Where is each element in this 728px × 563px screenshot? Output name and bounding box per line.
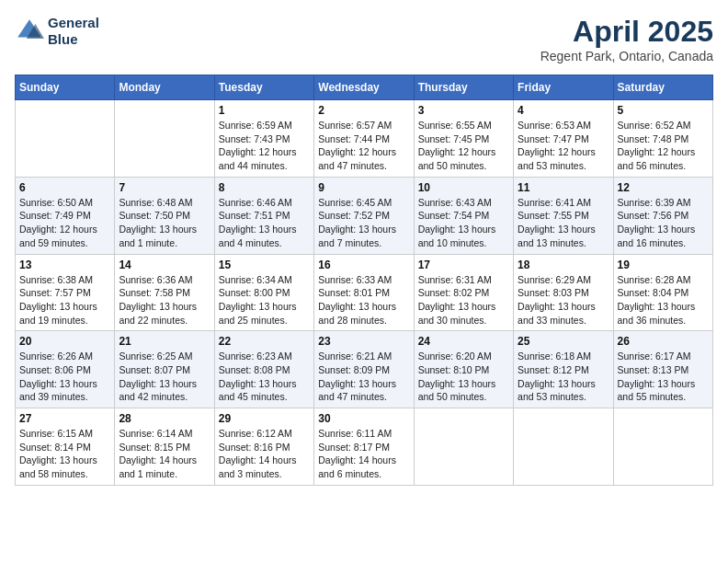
calendar-cell: 8Sunrise: 6:46 AM Sunset: 7:51 PM Daylig… xyxy=(214,177,313,254)
calendar-cell: 25Sunrise: 6:18 AM Sunset: 8:12 PM Dayli… xyxy=(514,331,613,408)
day-number: 11 xyxy=(518,181,609,194)
day-number: 30 xyxy=(318,412,409,425)
calendar-cell: 12Sunrise: 6:39 AM Sunset: 7:56 PM Dayli… xyxy=(613,177,712,254)
day-info: Sunrise: 6:34 AM Sunset: 8:00 PM Dayligh… xyxy=(219,273,310,327)
day-info: Sunrise: 6:39 AM Sunset: 7:56 PM Dayligh… xyxy=(618,196,709,250)
calendar-cell: 9Sunrise: 6:45 AM Sunset: 7:52 PM Daylig… xyxy=(314,177,414,254)
day-info: Sunrise: 6:57 AM Sunset: 7:44 PM Dayligh… xyxy=(318,119,409,173)
calendar-cell: 13Sunrise: 6:38 AM Sunset: 7:57 PM Dayli… xyxy=(16,254,115,331)
day-number: 5 xyxy=(618,104,709,117)
day-info: Sunrise: 6:26 AM Sunset: 8:06 PM Dayligh… xyxy=(19,350,110,404)
weekday-header-cell: Thursday xyxy=(414,75,513,100)
logo-line1: General xyxy=(48,15,99,31)
day-number: 28 xyxy=(119,412,210,425)
calendar-cell xyxy=(115,100,214,178)
day-info: Sunrise: 6:31 AM Sunset: 8:02 PM Dayligh… xyxy=(418,273,509,327)
day-number: 16 xyxy=(318,259,409,271)
day-number: 3 xyxy=(418,104,509,117)
weekday-header: SundayMondayTuesdayWednesdayThursdayFrid… xyxy=(16,75,713,100)
logo: General Blue xyxy=(15,15,99,48)
calendar-cell xyxy=(613,408,712,486)
calendar-cell: 19Sunrise: 6:28 AM Sunset: 8:04 PM Dayli… xyxy=(613,254,712,331)
calendar-cell: 10Sunrise: 6:43 AM Sunset: 7:54 PM Dayli… xyxy=(414,177,513,254)
calendar: SundayMondayTuesdayWednesdayThursdayFrid… xyxy=(15,75,713,486)
month-title: April 2025 xyxy=(540,15,713,49)
day-info: Sunrise: 6:33 AM Sunset: 8:01 PM Dayligh… xyxy=(318,273,409,327)
day-number: 15 xyxy=(219,259,310,271)
day-number: 22 xyxy=(219,335,310,348)
calendar-cell xyxy=(414,408,513,486)
calendar-cell xyxy=(514,408,613,486)
day-number: 9 xyxy=(318,181,409,194)
day-info: Sunrise: 6:28 AM Sunset: 8:04 PM Dayligh… xyxy=(618,273,709,327)
weekday-header-cell: Tuesday xyxy=(214,75,313,100)
calendar-cell: 1Sunrise: 6:59 AM Sunset: 7:43 PM Daylig… xyxy=(214,100,313,178)
day-number: 26 xyxy=(618,335,709,348)
logo-line2: Blue xyxy=(48,31,99,48)
day-number: 17 xyxy=(418,259,509,271)
day-number: 12 xyxy=(618,181,709,194)
day-info: Sunrise: 6:15 AM Sunset: 8:14 PM Dayligh… xyxy=(19,427,110,481)
day-info: Sunrise: 6:55 AM Sunset: 7:45 PM Dayligh… xyxy=(418,119,509,173)
page-header: General Blue April 2025 Regent Park, Ont… xyxy=(15,15,713,63)
calendar-cell: 6Sunrise: 6:50 AM Sunset: 7:49 PM Daylig… xyxy=(16,177,115,254)
calendar-cell: 21Sunrise: 6:25 AM Sunset: 8:07 PM Dayli… xyxy=(115,331,214,408)
day-number: 6 xyxy=(19,181,110,194)
day-number: 19 xyxy=(618,259,709,271)
calendar-cell: 18Sunrise: 6:29 AM Sunset: 8:03 PM Dayli… xyxy=(514,254,613,331)
day-info: Sunrise: 6:48 AM Sunset: 7:50 PM Dayligh… xyxy=(119,196,210,250)
day-info: Sunrise: 6:12 AM Sunset: 8:16 PM Dayligh… xyxy=(219,427,310,481)
weekday-header-cell: Friday xyxy=(514,75,613,100)
calendar-cell: 3Sunrise: 6:55 AM Sunset: 7:45 PM Daylig… xyxy=(414,100,513,178)
day-number: 7 xyxy=(119,181,210,194)
calendar-cell: 11Sunrise: 6:41 AM Sunset: 7:55 PM Dayli… xyxy=(514,177,613,254)
calendar-cell: 15Sunrise: 6:34 AM Sunset: 8:00 PM Dayli… xyxy=(214,254,313,331)
day-info: Sunrise: 6:25 AM Sunset: 8:07 PM Dayligh… xyxy=(119,350,210,404)
day-info: Sunrise: 6:53 AM Sunset: 7:47 PM Dayligh… xyxy=(518,119,609,173)
calendar-cell: 27Sunrise: 6:15 AM Sunset: 8:14 PM Dayli… xyxy=(16,408,115,486)
calendar-cell: 22Sunrise: 6:23 AM Sunset: 8:08 PM Dayli… xyxy=(214,331,313,408)
day-number: 13 xyxy=(19,259,110,271)
calendar-cell: 7Sunrise: 6:48 AM Sunset: 7:50 PM Daylig… xyxy=(115,177,214,254)
calendar-cell: 5Sunrise: 6:52 AM Sunset: 7:48 PM Daylig… xyxy=(613,100,712,178)
calendar-cell: 26Sunrise: 6:17 AM Sunset: 8:13 PM Dayli… xyxy=(613,331,712,408)
calendar-week-row: 13Sunrise: 6:38 AM Sunset: 7:57 PM Dayli… xyxy=(16,254,713,331)
weekday-header-cell: Monday xyxy=(115,75,214,100)
calendar-cell xyxy=(16,100,115,178)
calendar-cell: 24Sunrise: 6:20 AM Sunset: 8:10 PM Dayli… xyxy=(414,331,513,408)
day-info: Sunrise: 6:50 AM Sunset: 7:49 PM Dayligh… xyxy=(19,196,110,250)
calendar-week-row: 27Sunrise: 6:15 AM Sunset: 8:14 PM Dayli… xyxy=(16,408,713,486)
day-number: 25 xyxy=(518,335,609,348)
weekday-header-cell: Saturday xyxy=(613,75,712,100)
day-info: Sunrise: 6:29 AM Sunset: 8:03 PM Dayligh… xyxy=(518,273,609,327)
location: Regent Park, Ontario, Canada xyxy=(540,49,713,63)
day-number: 8 xyxy=(219,181,310,194)
calendar-cell: 28Sunrise: 6:14 AM Sunset: 8:15 PM Dayli… xyxy=(115,408,214,486)
day-info: Sunrise: 6:59 AM Sunset: 7:43 PM Dayligh… xyxy=(219,119,310,173)
calendar-body: 1Sunrise: 6:59 AM Sunset: 7:43 PM Daylig… xyxy=(16,100,713,486)
day-number: 4 xyxy=(518,104,609,117)
calendar-cell: 23Sunrise: 6:21 AM Sunset: 8:09 PM Dayli… xyxy=(314,331,414,408)
calendar-cell: 14Sunrise: 6:36 AM Sunset: 7:58 PM Dayli… xyxy=(115,254,214,331)
calendar-week-row: 6Sunrise: 6:50 AM Sunset: 7:49 PM Daylig… xyxy=(16,177,713,254)
day-number: 18 xyxy=(518,259,609,271)
day-number: 20 xyxy=(19,335,110,348)
weekday-header-cell: Sunday xyxy=(16,75,115,100)
title-area: April 2025 Regent Park, Ontario, Canada xyxy=(540,15,713,63)
calendar-cell: 30Sunrise: 6:11 AM Sunset: 8:17 PM Dayli… xyxy=(314,408,414,486)
calendar-cell: 2Sunrise: 6:57 AM Sunset: 7:44 PM Daylig… xyxy=(314,100,414,178)
day-number: 21 xyxy=(119,335,210,348)
day-info: Sunrise: 6:52 AM Sunset: 7:48 PM Dayligh… xyxy=(618,119,709,173)
day-number: 29 xyxy=(219,412,310,425)
day-info: Sunrise: 6:45 AM Sunset: 7:52 PM Dayligh… xyxy=(318,196,409,250)
day-info: Sunrise: 6:38 AM Sunset: 7:57 PM Dayligh… xyxy=(19,273,110,327)
weekday-header-cell: Wednesday xyxy=(314,75,414,100)
day-number: 24 xyxy=(418,335,509,348)
day-info: Sunrise: 6:17 AM Sunset: 8:13 PM Dayligh… xyxy=(618,350,709,404)
day-info: Sunrise: 6:41 AM Sunset: 7:55 PM Dayligh… xyxy=(518,196,609,250)
calendar-cell: 4Sunrise: 6:53 AM Sunset: 7:47 PM Daylig… xyxy=(514,100,613,178)
day-info: Sunrise: 6:43 AM Sunset: 7:54 PM Dayligh… xyxy=(418,196,509,250)
logo-icon xyxy=(15,17,44,46)
calendar-week-row: 1Sunrise: 6:59 AM Sunset: 7:43 PM Daylig… xyxy=(16,100,713,178)
day-info: Sunrise: 6:21 AM Sunset: 8:09 PM Dayligh… xyxy=(318,350,409,404)
